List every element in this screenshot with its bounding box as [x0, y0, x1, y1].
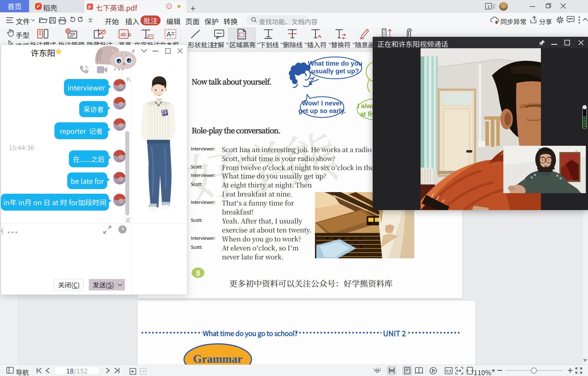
svg-text:get up so early.: get up so early. [298, 107, 346, 114]
svg-text:usually get up?: usually get up? [311, 67, 359, 75]
svg-text:!: ! [496, 20, 497, 24]
svg-text:Z: Z [58, 50, 60, 53]
svg-text:A: A [167, 31, 171, 38]
svg-text:1:1: 1:1 [446, 369, 451, 373]
svg-text:ab: ab [120, 31, 126, 37]
svg-text:Grammar: Grammar [193, 353, 243, 365]
svg-text:Wow! I never: Wow! I never [302, 99, 342, 107]
svg-text:What time do you: What time do you [308, 60, 362, 67]
svg-text:c: c [128, 31, 131, 37]
